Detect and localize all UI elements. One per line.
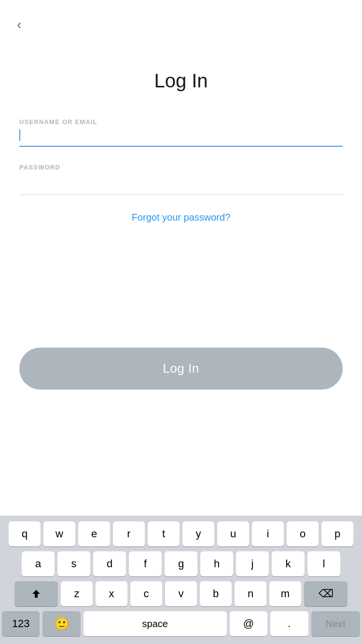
key-h[interactable]: h: [200, 551, 233, 576]
key-t[interactable]: t: [148, 521, 180, 546]
key-w[interactable]: w: [43, 521, 75, 546]
key-c[interactable]: c: [130, 581, 162, 606]
key-n[interactable]: n: [235, 581, 266, 606]
delete-icon: ⌫: [319, 588, 334, 600]
key-a[interactable]: a: [22, 551, 55, 576]
next-key[interactable]: Next: [311, 611, 360, 636]
key-l[interactable]: l: [307, 551, 340, 576]
key-q[interactable]: q: [9, 521, 41, 546]
login-button[interactable]: Log In: [19, 348, 343, 390]
keyboard-row-2: a s d f g h j k l: [2, 551, 360, 576]
key-p[interactable]: p: [321, 521, 353, 546]
key-b[interactable]: b: [200, 581, 232, 606]
period-key[interactable]: .: [270, 611, 308, 636]
key-g[interactable]: g: [165, 551, 197, 576]
password-input[interactable]: [19, 175, 343, 195]
shift-key[interactable]: [14, 581, 58, 606]
key-u[interactable]: u: [217, 521, 249, 546]
next-key-label: Next: [326, 618, 346, 630]
at-key-label: @: [243, 617, 254, 630]
keyboard-row-1: q w e r t y u i o p: [2, 521, 360, 546]
period-key-label: .: [288, 617, 291, 630]
space-key[interactable]: space: [84, 611, 227, 636]
key-v[interactable]: v: [165, 581, 197, 606]
space-key-label: space: [142, 618, 168, 630]
keyboard: q w e r t y u i o p a s d f g h j k l z …: [0, 516, 362, 644]
password-label: PASSWORD: [19, 164, 343, 171]
key-e[interactable]: e: [78, 521, 110, 546]
form-container: Log In USERNAME OR EMAIL PASSWORD Forgot…: [0, 0, 362, 223]
key-o[interactable]: o: [287, 521, 319, 546]
delete-key[interactable]: ⌫: [304, 581, 348, 606]
key-i[interactable]: i: [252, 521, 284, 546]
forgot-password-link[interactable]: Forgot your password?: [19, 212, 343, 223]
page-title: Log In: [19, 70, 343, 92]
username-label: USERNAME OR EMAIL: [19, 118, 343, 126]
emoji-key[interactable]: 🙂: [42, 611, 80, 636]
at-key[interactable]: @: [230, 611, 267, 636]
keyboard-row-4: 123 🙂 space @ . Next: [2, 611, 360, 636]
number-key-label: 123: [12, 617, 30, 630]
key-f[interactable]: f: [129, 551, 162, 576]
key-z[interactable]: z: [61, 581, 93, 606]
username-input[interactable]: [20, 130, 343, 141]
number-key[interactable]: 123: [2, 611, 40, 636]
keyboard-row-3: z x c v b n m ⌫: [2, 581, 360, 606]
key-s[interactable]: s: [57, 551, 90, 576]
key-y[interactable]: y: [182, 521, 214, 546]
key-m[interactable]: m: [269, 581, 301, 606]
password-field-group: PASSWORD: [19, 164, 343, 195]
key-d[interactable]: d: [93, 551, 126, 576]
key-x[interactable]: x: [96, 581, 127, 606]
key-k[interactable]: k: [272, 551, 305, 576]
login-button-container: Log In: [19, 348, 343, 390]
username-field-group: USERNAME OR EMAIL: [19, 118, 343, 147]
key-r[interactable]: r: [113, 521, 145, 546]
emoji-icon: 🙂: [54, 616, 70, 631]
key-j[interactable]: j: [236, 551, 269, 576]
